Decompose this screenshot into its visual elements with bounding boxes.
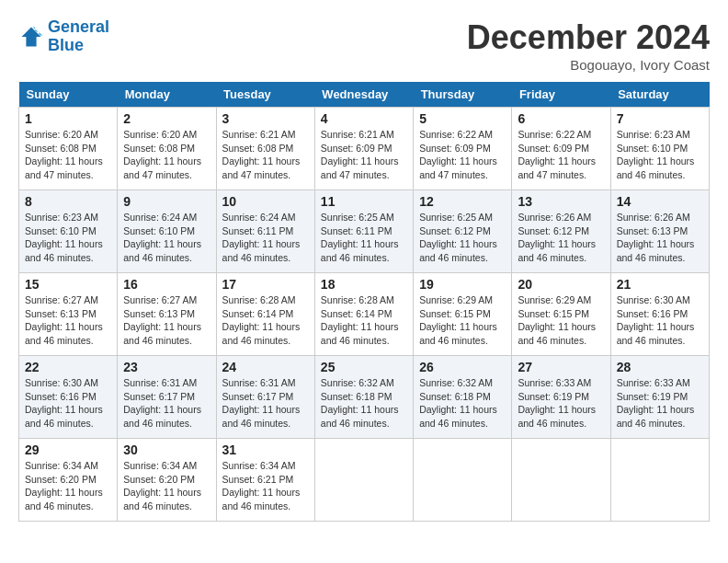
day-detail: Sunrise: 6:34 AMSunset: 6:21 PMDaylight:…	[222, 459, 309, 513]
day-number: 24	[222, 360, 309, 374]
calendar-cell: 31Sunrise: 6:34 AMSunset: 6:21 PMDayligh…	[216, 439, 314, 522]
calendar-cell: 6Sunrise: 6:22 AMSunset: 6:09 PMDaylight…	[512, 108, 610, 190]
day-number: 17	[222, 277, 309, 292]
logo-icon	[18, 24, 44, 50]
calendar-cell: 9Sunrise: 6:24 AMSunset: 6:10 PMDaylight…	[118, 190, 216, 273]
calendar-cell	[512, 439, 610, 522]
logo-text: General Blue	[48, 18, 109, 55]
day-detail: Sunrise: 6:33 AMSunset: 6:19 PMDaylight:…	[518, 376, 604, 431]
logo: General Blue	[18, 18, 109, 55]
dow-header-wednesday: Wednesday	[314, 82, 413, 108]
day-detail: Sunrise: 6:25 AMSunset: 6:12 PMDaylight:…	[419, 211, 506, 265]
calendar-cell: 8Sunrise: 6:23 AMSunset: 6:10 PMDaylight…	[19, 190, 118, 273]
calendar-cell: 2Sunrise: 6:20 AMSunset: 6:08 PMDaylight…	[118, 108, 216, 190]
title-block: December 2024 Bogouayo, Ivory Coast	[467, 18, 710, 73]
calendar-cell: 11Sunrise: 6:25 AMSunset: 6:11 PMDayligh…	[314, 190, 413, 273]
calendar-cell: 18Sunrise: 6:28 AMSunset: 6:14 PMDayligh…	[314, 273, 413, 356]
day-number: 6	[518, 111, 604, 126]
dow-header-tuesday: Tuesday	[216, 82, 314, 108]
day-number: 3	[222, 111, 309, 126]
day-number: 7	[617, 111, 703, 126]
day-detail: Sunrise: 6:23 AMSunset: 6:10 PMDaylight:…	[617, 128, 703, 182]
page-header: General Blue December 2024 Bogouayo, Ivo…	[18, 18, 710, 73]
day-detail: Sunrise: 6:25 AMSunset: 6:11 PMDaylight:…	[321, 211, 407, 265]
day-number: 28	[617, 360, 703, 374]
day-number: 8	[25, 194, 111, 209]
dow-header-thursday: Thursday	[414, 82, 512, 108]
day-detail: Sunrise: 6:32 AMSunset: 6:18 PMDaylight:…	[321, 376, 407, 431]
day-detail: Sunrise: 6:29 AMSunset: 6:15 PMDaylight:…	[419, 293, 506, 348]
day-detail: Sunrise: 6:32 AMSunset: 6:18 PMDaylight:…	[419, 376, 506, 431]
calendar-table: SundayMondayTuesdayWednesdayThursdayFrid…	[18, 82, 710, 522]
month-title: December 2024	[467, 18, 710, 57]
day-detail: Sunrise: 6:20 AMSunset: 6:08 PMDaylight:…	[25, 128, 111, 182]
calendar-cell: 5Sunrise: 6:22 AMSunset: 6:09 PMDaylight…	[414, 108, 512, 190]
day-number: 27	[518, 360, 604, 374]
day-number: 15	[25, 277, 111, 292]
day-detail: Sunrise: 6:30 AMSunset: 6:16 PMDaylight:…	[25, 376, 111, 431]
calendar-cell: 20Sunrise: 6:29 AMSunset: 6:15 PMDayligh…	[512, 273, 610, 356]
day-number: 31	[222, 442, 309, 457]
day-number: 22	[25, 360, 111, 374]
day-number: 13	[518, 194, 604, 209]
calendar-cell: 30Sunrise: 6:34 AMSunset: 6:20 PMDayligh…	[118, 439, 216, 522]
calendar-cell: 13Sunrise: 6:26 AMSunset: 6:12 PMDayligh…	[512, 190, 610, 273]
calendar-cell: 7Sunrise: 6:23 AMSunset: 6:10 PMDaylight…	[610, 108, 709, 190]
day-detail: Sunrise: 6:31 AMSunset: 6:17 PMDaylight:…	[222, 376, 309, 431]
day-number: 12	[419, 194, 506, 209]
day-number: 2	[123, 111, 210, 126]
day-number: 23	[123, 360, 210, 374]
day-detail: Sunrise: 6:20 AMSunset: 6:08 PMDaylight:…	[123, 128, 210, 182]
day-detail: Sunrise: 6:28 AMSunset: 6:14 PMDaylight:…	[222, 293, 309, 348]
calendar-cell: 27Sunrise: 6:33 AMSunset: 6:19 PMDayligh…	[512, 356, 610, 439]
calendar-cell: 25Sunrise: 6:32 AMSunset: 6:18 PMDayligh…	[314, 356, 413, 439]
day-detail: Sunrise: 6:33 AMSunset: 6:19 PMDaylight:…	[617, 376, 703, 431]
day-detail: Sunrise: 6:27 AMSunset: 6:13 PMDaylight:…	[123, 293, 210, 348]
day-detail: Sunrise: 6:27 AMSunset: 6:13 PMDaylight:…	[25, 293, 111, 348]
calendar-cell: 17Sunrise: 6:28 AMSunset: 6:14 PMDayligh…	[216, 273, 314, 356]
day-detail: Sunrise: 6:24 AMSunset: 6:11 PMDaylight:…	[222, 211, 309, 265]
day-detail: Sunrise: 6:22 AMSunset: 6:09 PMDaylight:…	[419, 128, 506, 182]
dow-header-sunday: Sunday	[19, 82, 118, 108]
day-detail: Sunrise: 6:26 AMSunset: 6:12 PMDaylight:…	[518, 211, 604, 265]
day-number: 10	[222, 194, 309, 209]
day-number: 16	[123, 277, 210, 292]
calendar-cell: 14Sunrise: 6:26 AMSunset: 6:13 PMDayligh…	[610, 190, 709, 273]
day-number: 29	[25, 442, 111, 457]
calendar-cell: 23Sunrise: 6:31 AMSunset: 6:17 PMDayligh…	[118, 356, 216, 439]
calendar-cell	[610, 439, 709, 522]
calendar-cell: 3Sunrise: 6:21 AMSunset: 6:08 PMDaylight…	[216, 108, 314, 190]
calendar-cell: 15Sunrise: 6:27 AMSunset: 6:13 PMDayligh…	[19, 273, 118, 356]
day-number: 11	[321, 194, 407, 209]
calendar-cell: 4Sunrise: 6:21 AMSunset: 6:09 PMDaylight…	[314, 108, 413, 190]
day-number: 20	[518, 277, 604, 292]
day-number: 5	[419, 111, 506, 126]
day-number: 30	[123, 442, 210, 457]
day-detail: Sunrise: 6:26 AMSunset: 6:13 PMDaylight:…	[617, 211, 703, 265]
day-number: 19	[419, 277, 506, 292]
day-number: 1	[25, 111, 111, 126]
day-detail: Sunrise: 6:24 AMSunset: 6:10 PMDaylight:…	[123, 211, 210, 265]
day-detail: Sunrise: 6:34 AMSunset: 6:20 PMDaylight:…	[123, 459, 210, 513]
dow-header-monday: Monday	[118, 82, 216, 108]
calendar-cell: 1Sunrise: 6:20 AMSunset: 6:08 PMDaylight…	[19, 108, 118, 190]
calendar-cell: 22Sunrise: 6:30 AMSunset: 6:16 PMDayligh…	[19, 356, 118, 439]
calendar-cell: 21Sunrise: 6:30 AMSunset: 6:16 PMDayligh…	[610, 273, 709, 356]
day-detail: Sunrise: 6:29 AMSunset: 6:15 PMDaylight:…	[518, 293, 604, 348]
day-number: 14	[617, 194, 703, 209]
location: Bogouayo, Ivory Coast	[467, 57, 710, 73]
calendar-cell: 19Sunrise: 6:29 AMSunset: 6:15 PMDayligh…	[414, 273, 512, 356]
calendar-cell: 28Sunrise: 6:33 AMSunset: 6:19 PMDayligh…	[610, 356, 709, 439]
day-number: 18	[321, 277, 407, 292]
day-detail: Sunrise: 6:31 AMSunset: 6:17 PMDaylight:…	[123, 376, 210, 431]
calendar-cell: 12Sunrise: 6:25 AMSunset: 6:12 PMDayligh…	[414, 190, 512, 273]
day-number: 9	[123, 194, 210, 209]
day-number: 4	[321, 111, 407, 126]
day-detail: Sunrise: 6:22 AMSunset: 6:09 PMDaylight:…	[518, 128, 604, 182]
calendar-cell: 29Sunrise: 6:34 AMSunset: 6:20 PMDayligh…	[19, 439, 118, 522]
dow-header-saturday: Saturday	[610, 82, 709, 108]
calendar-cell: 10Sunrise: 6:24 AMSunset: 6:11 PMDayligh…	[216, 190, 314, 273]
day-detail: Sunrise: 6:21 AMSunset: 6:09 PMDaylight:…	[321, 128, 407, 182]
day-number: 25	[321, 360, 407, 374]
calendar-cell: 16Sunrise: 6:27 AMSunset: 6:13 PMDayligh…	[118, 273, 216, 356]
